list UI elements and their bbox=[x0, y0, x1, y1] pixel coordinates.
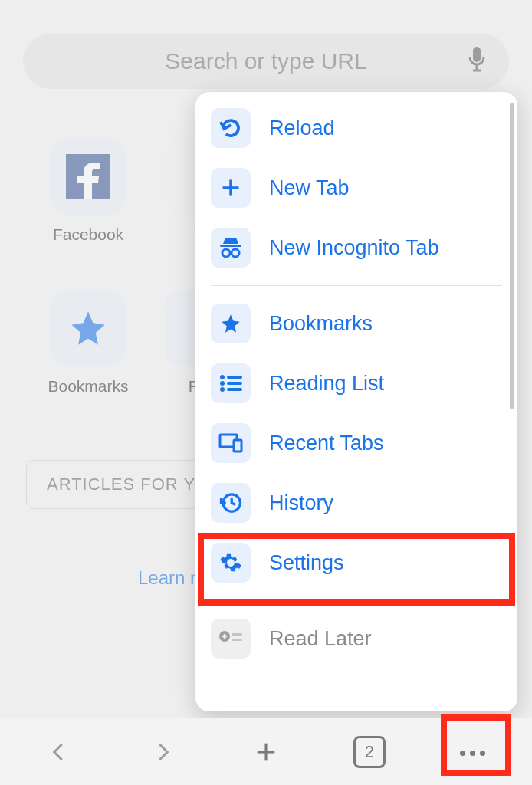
svg-rect-14 bbox=[227, 388, 242, 391]
menu-item-label: Reload bbox=[269, 117, 335, 140]
menu-item-label: Bookmarks bbox=[269, 312, 373, 336]
menu-item-label: Reading List bbox=[269, 372, 384, 396]
forward-button[interactable] bbox=[136, 729, 189, 775]
shortcut-label: Bookmarks bbox=[48, 377, 128, 396]
star-icon bbox=[50, 290, 126, 366]
menu-item-label: Settings bbox=[269, 551, 344, 575]
menu-item-incognito[interactable]: New Incognito Tab bbox=[195, 218, 517, 278]
back-button[interactable] bbox=[32, 729, 86, 775]
more-button[interactable] bbox=[446, 729, 500, 775]
menu-item-reading-list[interactable]: Reading List bbox=[195, 353, 517, 413]
new-tab-button[interactable] bbox=[239, 729, 293, 775]
svg-rect-10 bbox=[227, 376, 242, 379]
menu-item-settings[interactable]: Settings bbox=[195, 533, 517, 593]
history-icon bbox=[211, 483, 251, 523]
menu-item-read-later[interactable]: Read Later bbox=[195, 609, 517, 668]
devices-icon bbox=[211, 423, 251, 463]
svg-point-7 bbox=[232, 249, 239, 257]
shortcut-facebook[interactable]: Facebook bbox=[31, 138, 146, 244]
menu-item-recent-tabs[interactable]: Recent Tabs bbox=[195, 413, 517, 473]
svg-rect-22 bbox=[232, 639, 242, 641]
tab-count: 2 bbox=[365, 742, 374, 762]
svg-rect-0 bbox=[473, 47, 481, 62]
menu-divider bbox=[211, 600, 502, 601]
svg-rect-16 bbox=[234, 440, 241, 452]
overflow-menu: Reload New Tab New Incognito Tab Bookmar… bbox=[195, 92, 517, 711]
menu-item-label: Read Later bbox=[269, 627, 372, 651]
menu-item-label: New Incognito Tab bbox=[269, 236, 439, 260]
reload-icon bbox=[211, 108, 251, 148]
more-icon bbox=[458, 745, 488, 759]
svg-point-11 bbox=[220, 381, 225, 386]
menu-item-label: History bbox=[269, 491, 333, 515]
menu-item-label: New Tab bbox=[269, 176, 350, 200]
shortcut-bookmarks[interactable]: Bookmarks bbox=[31, 290, 146, 396]
menu-item-history[interactable]: History bbox=[195, 473, 517, 533]
microphone-icon[interactable] bbox=[468, 47, 486, 76]
svg-point-13 bbox=[220, 387, 225, 392]
incognito-icon bbox=[211, 228, 251, 268]
omnibox-placeholder: Search or type URL bbox=[165, 48, 366, 74]
svg-rect-5 bbox=[220, 245, 241, 247]
svg-point-6 bbox=[222, 249, 230, 257]
svg-point-9 bbox=[220, 375, 225, 379]
bottom-toolbar: 2 bbox=[0, 718, 532, 785]
menu-item-reload[interactable]: Reload bbox=[195, 98, 517, 158]
plus-icon bbox=[211, 168, 251, 208]
tabs-button[interactable]: 2 bbox=[343, 729, 396, 775]
svg-rect-12 bbox=[227, 382, 242, 385]
menu-scrollbar[interactable] bbox=[510, 103, 514, 409]
list-icon bbox=[211, 363, 251, 403]
menu-divider bbox=[211, 285, 502, 286]
shortcut-label: Facebook bbox=[53, 225, 123, 244]
star-icon bbox=[211, 304, 251, 343]
omnibox[interactable]: Search or type URL bbox=[23, 34, 509, 89]
read-later-icon bbox=[211, 619, 251, 659]
facebook-icon bbox=[50, 138, 126, 215]
menu-item-bookmarks[interactable]: Bookmarks bbox=[195, 294, 517, 353]
gear-icon bbox=[211, 543, 251, 583]
menu-item-new-tab[interactable]: New Tab bbox=[195, 158, 517, 218]
menu-item-label: Recent Tabs bbox=[269, 432, 384, 455]
svg-rect-21 bbox=[232, 633, 242, 636]
